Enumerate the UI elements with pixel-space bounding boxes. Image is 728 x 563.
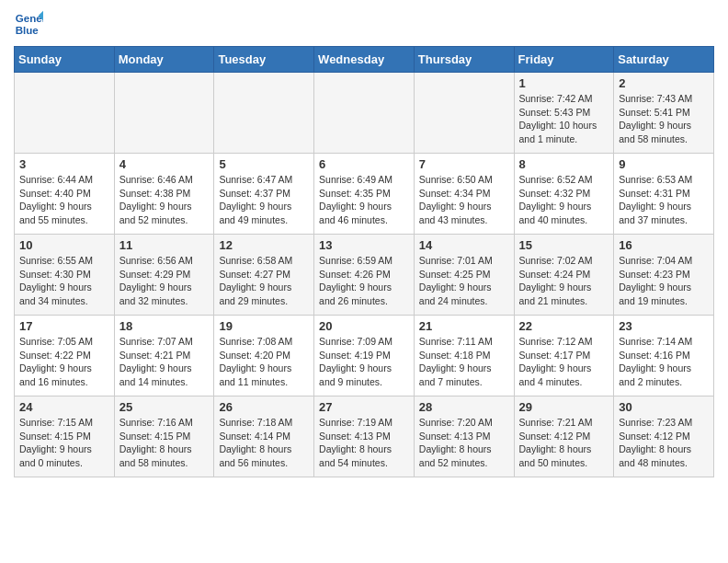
calendar-cell bbox=[15, 73, 115, 154]
day-number: 28 bbox=[419, 400, 509, 414]
day-number: 15 bbox=[519, 238, 609, 252]
calendar-cell: 20Sunrise: 7:09 AM Sunset: 4:19 PM Dayli… bbox=[314, 316, 415, 396]
weekday-header-monday: Monday bbox=[114, 47, 214, 73]
day-info: Sunrise: 7:18 AM Sunset: 4:14 PM Dayligh… bbox=[219, 416, 309, 470]
day-number: 4 bbox=[119, 157, 210, 171]
day-number: 1 bbox=[519, 76, 609, 90]
day-info: Sunrise: 6:52 AM Sunset: 4:32 PM Dayligh… bbox=[519, 173, 609, 227]
day-number: 10 bbox=[19, 238, 109, 252]
weekday-header-saturday: Saturday bbox=[614, 47, 714, 73]
day-info: Sunrise: 7:02 AM Sunset: 4:24 PM Dayligh… bbox=[519, 254, 609, 308]
calendar-cell: 11Sunrise: 6:56 AM Sunset: 4:29 PM Dayli… bbox=[114, 235, 214, 316]
day-number: 23 bbox=[619, 319, 709, 333]
weekday-header-sunday: Sunday bbox=[15, 47, 115, 73]
day-info: Sunrise: 7:43 AM Sunset: 5:41 PM Dayligh… bbox=[619, 92, 709, 146]
calendar-cell: 29Sunrise: 7:21 AM Sunset: 4:12 PM Dayli… bbox=[514, 396, 614, 477]
calendar-cell: 10Sunrise: 6:55 AM Sunset: 4:30 PM Dayli… bbox=[15, 235, 115, 316]
calendar-cell: 8Sunrise: 6:52 AM Sunset: 4:32 PM Daylig… bbox=[514, 154, 614, 235]
day-number: 7 bbox=[419, 157, 509, 171]
logo-icon: General Blue bbox=[14, 9, 43, 39]
calendar-cell: 26Sunrise: 7:18 AM Sunset: 4:14 PM Dayli… bbox=[214, 396, 314, 477]
day-number: 20 bbox=[319, 319, 409, 333]
calendar-cell: 16Sunrise: 7:04 AM Sunset: 4:23 PM Dayli… bbox=[614, 235, 714, 316]
day-number: 19 bbox=[219, 319, 309, 333]
day-info: Sunrise: 7:12 AM Sunset: 4:17 PM Dayligh… bbox=[519, 335, 609, 389]
day-info: Sunrise: 7:19 AM Sunset: 4:13 PM Dayligh… bbox=[319, 416, 409, 470]
day-info: Sunrise: 7:42 AM Sunset: 5:43 PM Dayligh… bbox=[519, 92, 609, 146]
calendar-cell: 13Sunrise: 6:59 AM Sunset: 4:26 PM Dayli… bbox=[314, 235, 415, 316]
weekday-header-thursday: Thursday bbox=[414, 47, 514, 73]
day-number: 9 bbox=[619, 157, 709, 171]
calendar-cell: 24Sunrise: 7:15 AM Sunset: 4:15 PM Dayli… bbox=[15, 396, 115, 477]
day-info: Sunrise: 7:20 AM Sunset: 4:13 PM Dayligh… bbox=[419, 416, 509, 470]
day-number: 29 bbox=[519, 400, 609, 414]
weekday-header-friday: Friday bbox=[514, 47, 614, 73]
day-info: Sunrise: 7:07 AM Sunset: 4:21 PM Dayligh… bbox=[119, 335, 210, 389]
day-info: Sunrise: 7:14 AM Sunset: 4:16 PM Dayligh… bbox=[619, 335, 709, 389]
day-info: Sunrise: 6:46 AM Sunset: 4:38 PM Dayligh… bbox=[119, 173, 210, 227]
day-number: 5 bbox=[219, 157, 309, 171]
calendar-table: SundayMondayTuesdayWednesdayThursdayFrid… bbox=[14, 46, 714, 477]
day-number: 18 bbox=[119, 319, 210, 333]
calendar-cell bbox=[414, 73, 514, 154]
day-info: Sunrise: 6:59 AM Sunset: 4:26 PM Dayligh… bbox=[319, 254, 409, 308]
day-number: 24 bbox=[19, 400, 109, 414]
logo: General Blue bbox=[14, 9, 43, 39]
day-info: Sunrise: 6:50 AM Sunset: 4:34 PM Dayligh… bbox=[419, 173, 509, 227]
day-info: Sunrise: 7:05 AM Sunset: 4:22 PM Dayligh… bbox=[19, 335, 109, 389]
day-number: 12 bbox=[219, 238, 309, 252]
day-info: Sunrise: 7:08 AM Sunset: 4:20 PM Dayligh… bbox=[219, 335, 309, 389]
svg-text:Blue: Blue bbox=[16, 25, 40, 36]
calendar-cell: 15Sunrise: 7:02 AM Sunset: 4:24 PM Dayli… bbox=[514, 235, 614, 316]
calendar-cell: 3Sunrise: 6:44 AM Sunset: 4:40 PM Daylig… bbox=[15, 154, 115, 235]
page-header: General Blue bbox=[14, 9, 714, 39]
day-info: Sunrise: 7:09 AM Sunset: 4:19 PM Dayligh… bbox=[319, 335, 409, 389]
calendar-cell: 28Sunrise: 7:20 AM Sunset: 4:13 PM Dayli… bbox=[414, 396, 514, 477]
day-info: Sunrise: 6:55 AM Sunset: 4:30 PM Dayligh… bbox=[19, 254, 109, 308]
day-info: Sunrise: 7:11 AM Sunset: 4:18 PM Dayligh… bbox=[419, 335, 509, 389]
day-number: 30 bbox=[619, 400, 709, 414]
day-number: 26 bbox=[219, 400, 309, 414]
calendar-cell: 1Sunrise: 7:42 AM Sunset: 5:43 PM Daylig… bbox=[514, 73, 614, 154]
calendar-cell: 23Sunrise: 7:14 AM Sunset: 4:16 PM Dayli… bbox=[614, 316, 714, 396]
day-info: Sunrise: 6:49 AM Sunset: 4:35 PM Dayligh… bbox=[319, 173, 409, 227]
svg-text:General: General bbox=[16, 13, 43, 24]
calendar-cell: 6Sunrise: 6:49 AM Sunset: 4:35 PM Daylig… bbox=[314, 154, 415, 235]
day-number: 21 bbox=[419, 319, 509, 333]
calendar-cell: 7Sunrise: 6:50 AM Sunset: 4:34 PM Daylig… bbox=[414, 154, 514, 235]
day-number: 17 bbox=[19, 319, 109, 333]
day-info: Sunrise: 7:16 AM Sunset: 4:15 PM Dayligh… bbox=[119, 416, 210, 470]
day-info: Sunrise: 6:53 AM Sunset: 4:31 PM Dayligh… bbox=[619, 173, 709, 227]
calendar-cell: 18Sunrise: 7:07 AM Sunset: 4:21 PM Dayli… bbox=[114, 316, 214, 396]
day-info: Sunrise: 7:21 AM Sunset: 4:12 PM Dayligh… bbox=[519, 416, 609, 470]
calendar-cell: 12Sunrise: 6:58 AM Sunset: 4:27 PM Dayli… bbox=[214, 235, 314, 316]
day-info: Sunrise: 7:23 AM Sunset: 4:12 PM Dayligh… bbox=[619, 416, 709, 470]
calendar-cell: 14Sunrise: 7:01 AM Sunset: 4:25 PM Dayli… bbox=[414, 235, 514, 316]
calendar-cell: 21Sunrise: 7:11 AM Sunset: 4:18 PM Dayli… bbox=[414, 316, 514, 396]
calendar-cell: 19Sunrise: 7:08 AM Sunset: 4:20 PM Dayli… bbox=[214, 316, 314, 396]
day-number: 16 bbox=[619, 238, 709, 252]
weekday-header-wednesday: Wednesday bbox=[314, 47, 415, 73]
calendar-cell: 9Sunrise: 6:53 AM Sunset: 4:31 PM Daylig… bbox=[614, 154, 714, 235]
calendar-cell: 25Sunrise: 7:16 AM Sunset: 4:15 PM Dayli… bbox=[114, 396, 214, 477]
calendar-cell bbox=[314, 73, 415, 154]
day-info: Sunrise: 6:44 AM Sunset: 4:40 PM Dayligh… bbox=[19, 173, 109, 227]
day-number: 27 bbox=[319, 400, 409, 414]
day-number: 8 bbox=[519, 157, 609, 171]
day-number: 11 bbox=[119, 238, 210, 252]
calendar-cell bbox=[214, 73, 314, 154]
calendar-cell: 22Sunrise: 7:12 AM Sunset: 4:17 PM Dayli… bbox=[514, 316, 614, 396]
calendar-cell: 27Sunrise: 7:19 AM Sunset: 4:13 PM Dayli… bbox=[314, 396, 415, 477]
day-info: Sunrise: 6:47 AM Sunset: 4:37 PM Dayligh… bbox=[219, 173, 309, 227]
day-number: 25 bbox=[119, 400, 210, 414]
day-number: 6 bbox=[319, 157, 409, 171]
day-number: 3 bbox=[19, 157, 109, 171]
day-info: Sunrise: 6:58 AM Sunset: 4:27 PM Dayligh… bbox=[219, 254, 309, 308]
day-info: Sunrise: 7:01 AM Sunset: 4:25 PM Dayligh… bbox=[419, 254, 509, 308]
day-number: 14 bbox=[419, 238, 509, 252]
day-info: Sunrise: 7:04 AM Sunset: 4:23 PM Dayligh… bbox=[619, 254, 709, 308]
day-number: 22 bbox=[519, 319, 609, 333]
weekday-header-tuesday: Tuesday bbox=[214, 47, 314, 73]
calendar-cell: 17Sunrise: 7:05 AM Sunset: 4:22 PM Dayli… bbox=[15, 316, 115, 396]
day-number: 2 bbox=[619, 76, 709, 90]
